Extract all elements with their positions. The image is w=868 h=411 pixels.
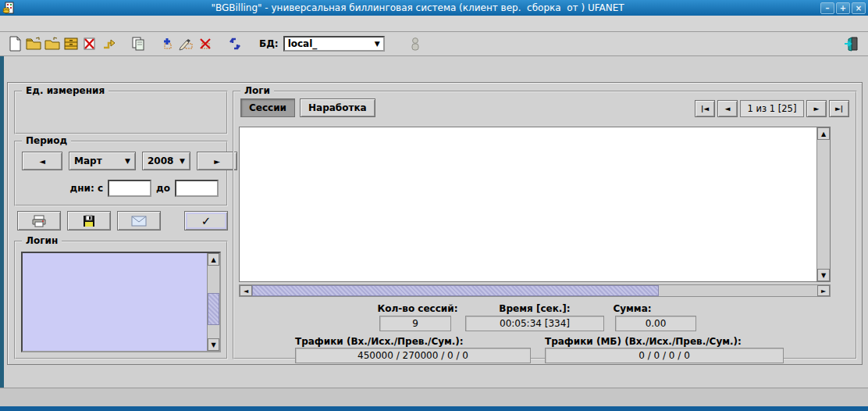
mail-button[interactable] (117, 211, 161, 231)
year-value: 2008 (148, 155, 173, 166)
remove-item-icon[interactable] (197, 35, 214, 52)
traffic-mb-label: Трафики (МБ) (Вх./Исх./Прев./Сум.): (545, 336, 795, 347)
sessions-count-label: Кол-во сессий: (359, 303, 476, 314)
app-icon (2, 2, 15, 14)
sessions-count-value: 9 (379, 316, 451, 331)
traffic-value: 450000 / 270000 / 0 / 0 (295, 348, 531, 363)
time-value: 00:05:34 [334] (465, 316, 604, 331)
worktime-view-button[interactable]: Наработка (300, 98, 375, 117)
printer-icon (31, 215, 47, 227)
sum-value: 0.00 (615, 316, 696, 331)
units-group: Ед. измерения (14, 91, 228, 134)
minimize-button[interactable]: – (820, 2, 834, 14)
traffic-label: Трафики (Вх./Исх./Прев./Сум.): (295, 336, 529, 347)
first-page-button[interactable]: |◄ (695, 100, 715, 117)
login-list-scrollbar[interactable]: ▲ ▼ (207, 253, 219, 351)
login-group-title: Логин (22, 235, 62, 246)
dropdown-arrow-icon[interactable]: ▼ (375, 40, 380, 48)
sessions-view-button[interactable]: Сессии (240, 98, 295, 117)
application-window: "BGBilling" - универсальная биллинговая … (0, 0, 868, 411)
db-select[interactable]: local_ ▼ (283, 36, 385, 52)
close-button[interactable]: × (852, 2, 866, 14)
menu-bar (0, 16, 868, 32)
save-button[interactable] (67, 211, 111, 231)
db-label: БД: (259, 38, 279, 49)
new-document-icon[interactable] (6, 35, 23, 52)
traffic-mb-value: 0 / 0 / 0 / 0 (545, 348, 784, 363)
user-lock-icon (407, 35, 424, 52)
copy-document-icon[interactable] (130, 35, 147, 52)
title-bar: "BGBilling" - универсальная биллинговая … (0, 0, 868, 16)
table-scroll-down-icon[interactable]: ▼ (817, 269, 830, 281)
prev-page-button[interactable]: ◄ (717, 100, 738, 117)
day-to-input[interactable] (175, 180, 219, 197)
check-icon: ✓ (201, 214, 212, 228)
redo-arrow-icon[interactable] (100, 35, 117, 52)
last-page-button[interactable]: ►| (829, 100, 849, 117)
period-group: Период ◄ Март ▼ 2008 ▼ ► дни: с до (14, 141, 228, 206)
units-group-title: Ед. измерения (22, 85, 108, 96)
pagination: |◄ ◄ 1 из 1 [25] ► ►| (695, 100, 849, 117)
next-month-button[interactable]: ► (197, 152, 237, 170)
login-group: Логин ▲ ▼ (14, 241, 228, 359)
day-from-input[interactable] (108, 180, 151, 197)
envelope-icon (131, 216, 147, 227)
exit-icon[interactable] (843, 35, 860, 52)
days-from-label: дни: с (70, 183, 103, 194)
window-left-border (0, 56, 4, 406)
year-dropdown-icon: ▼ (180, 157, 185, 165)
edit-item-icon[interactable] (178, 35, 195, 52)
table-scroll-left-icon[interactable]: ◄ (240, 285, 252, 296)
next-page-button[interactable]: ► (806, 100, 827, 117)
refresh-icon[interactable] (226, 35, 244, 52)
open-folder-return-icon[interactable] (44, 35, 61, 52)
table-scroll-right-icon[interactable]: ► (817, 285, 830, 296)
prev-icon: ◄ (39, 157, 45, 166)
period-group-title: Период (22, 135, 71, 146)
delete-document-icon[interactable] (81, 35, 98, 52)
year-select[interactable]: 2008 ▼ (142, 152, 190, 170)
report-actions: ✓ (17, 211, 226, 231)
open-windows-taskbar (0, 388, 868, 406)
maximize-button[interactable]: + (836, 2, 850, 14)
h-scroll-thumb[interactable] (252, 285, 659, 296)
scroll-up-icon[interactable]: ▲ (208, 253, 219, 266)
window-title: "BGBilling" - универсальная биллинговая … (15, 2, 820, 13)
toolbar: БД: local_ ▼ (0, 32, 868, 56)
add-item-icon[interactable] (159, 35, 176, 52)
floppy-icon (83, 215, 95, 227)
table-scroll-up-icon[interactable]: ▲ (817, 127, 830, 140)
page-indicator: 1 из 1 [25] (740, 100, 804, 117)
month-dropdown-icon: ▼ (125, 157, 130, 165)
prev-month-button[interactable]: ◄ (22, 152, 62, 170)
db-selected-value: local_ (288, 38, 375, 49)
month-select[interactable]: Март ▼ (69, 152, 136, 170)
sessions-table-container: ▲ ▼ (239, 127, 831, 282)
next-icon: ► (214, 157, 220, 166)
window-bottom-border (0, 406, 868, 411)
scroll-thumb[interactable] (208, 293, 219, 325)
print-button[interactable] (17, 211, 61, 231)
table-horizontal-scrollbar[interactable]: ◄ ► (239, 284, 831, 297)
card-drawer-icon[interactable] (62, 35, 80, 52)
login-list[interactable]: ▲ ▼ (21, 252, 221, 352)
scroll-down-icon[interactable]: ▼ (208, 338, 219, 351)
month-value: Март (74, 155, 102, 166)
apply-button[interactable]: ✓ (184, 211, 228, 231)
sum-label: Сумма: (578, 303, 687, 314)
logs-group-title: Логи (240, 85, 274, 96)
open-folder-icon[interactable] (25, 35, 42, 52)
table-vertical-scrollbar[interactable]: ▲ ▼ (816, 127, 830, 281)
days-to-label: до (156, 183, 170, 194)
logs-group: Логи Сессии Наработка |◄ ◄ 1 из 1 [25] ►… (233, 91, 857, 359)
report-panel: Ед. измерения Период ◄ Март ▼ 2008 ▼ ► д… (7, 82, 863, 365)
